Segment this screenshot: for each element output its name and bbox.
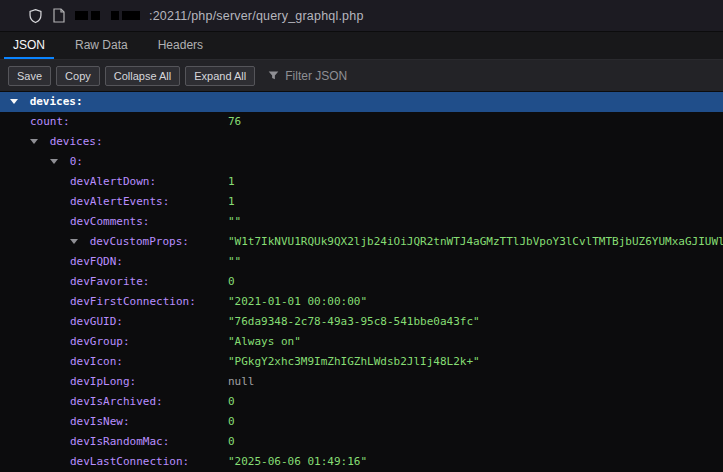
- redaction-box: [75, 11, 88, 20]
- json-row[interactable]: devGUID: "76da9348-2c78-49a3-95c8-541bbe…: [0, 312, 723, 332]
- address-bar[interactable]: :20211/php/server/query_graphql.php: [0, 0, 723, 32]
- twisty-icon[interactable]: [70, 232, 83, 252]
- json-value: "": [228, 212, 241, 232]
- redaction-box: [91, 11, 100, 20]
- json-value: "PGkgY2xhc3M9ImZhIGZhLWdsb2JlIj48L2k+": [228, 352, 480, 372]
- viewer-tabbar: JSON Raw Data Headers: [0, 32, 723, 60]
- json-row[interactable]: devIcon: "PGkgY2xhc3M9ImZhIGZhLWdsb2JlIj…: [0, 352, 723, 372]
- json-value: "Always on": [228, 332, 301, 352]
- json-key: count:: [30, 115, 70, 128]
- json-key: devices:: [50, 135, 103, 148]
- collapse-all-button[interactable]: Collapse All: [105, 66, 180, 86]
- twisty-icon[interactable]: [30, 132, 43, 152]
- json-key: devLastConnection:: [70, 455, 189, 468]
- tab-raw-data[interactable]: Raw Data: [66, 32, 137, 59]
- json-key: 0:: [70, 155, 83, 168]
- json-row[interactable]: devAlertDown: 1: [0, 172, 723, 192]
- page-icon[interactable]: [53, 8, 65, 23]
- json-key: devAlertEvents:: [70, 195, 169, 208]
- json-value: 1: [228, 192, 235, 212]
- json-key: devIsRandomMac:: [70, 435, 169, 448]
- json-key: devCustomProps:: [90, 235, 189, 248]
- json-row[interactable]: devFavorite: 0: [0, 272, 723, 292]
- json-row[interactable]: devIsRandomMac: 0: [0, 432, 723, 452]
- redaction-box: [111, 11, 119, 20]
- json-row[interactable]: 0:: [0, 152, 723, 172]
- json-key: devFavorite:: [70, 275, 149, 288]
- filter-json-input[interactable]: Filter JSON: [268, 67, 347, 85]
- filter-placeholder: Filter JSON: [285, 69, 347, 83]
- json-row[interactable]: devFQDN: "": [0, 252, 723, 272]
- json-key: devAlertDown:: [70, 175, 156, 188]
- browser-window: :20211/php/server/query_graphql.php JSON…: [0, 0, 723, 472]
- json-value: "2021-01-01 00:00:00": [228, 292, 367, 312]
- json-row[interactable]: count: 76: [0, 112, 723, 132]
- json-key: devices:: [30, 95, 83, 108]
- expand-all-button[interactable]: Expand All: [185, 66, 255, 86]
- json-tree: devices: count: 76 devices: 0: devAlertD…: [0, 92, 723, 472]
- json-key: devFirstConnection:: [70, 295, 196, 308]
- json-value: 0: [228, 392, 235, 412]
- json-toolbar: Save Copy Collapse All Expand All Filter…: [0, 60, 723, 92]
- json-value: "76da9348-2c78-49a3-95c8-541bbe0a43fc": [228, 312, 480, 332]
- json-key: devFQDN:: [70, 255, 123, 268]
- json-value: 0: [228, 412, 235, 432]
- json-value: 0: [228, 432, 235, 452]
- redaction-box: [122, 11, 140, 20]
- json-row[interactable]: devices:: [0, 132, 723, 152]
- tab-json[interactable]: JSON: [4, 32, 54, 59]
- json-row[interactable]: devComments: "": [0, 212, 723, 232]
- twisty-icon[interactable]: [10, 92, 23, 112]
- json-value: 0: [228, 272, 235, 292]
- tab-headers[interactable]: Headers: [149, 32, 212, 59]
- json-row[interactable]: devices:: [0, 92, 723, 112]
- json-value: "2025-06-06 01:49:16": [228, 452, 367, 472]
- json-value: null: [228, 372, 255, 392]
- json-key: devComments:: [70, 215, 149, 228]
- save-button[interactable]: Save: [8, 66, 51, 86]
- json-value: "W1t7IkNVU1RQUk9QX2ljb24iOiJQR2tnWTJ4aGM…: [228, 232, 723, 252]
- json-row[interactable]: devIsArchived: 0: [0, 392, 723, 412]
- json-row[interactable]: devLastConnection: "2025-06-06 01:49:16": [0, 452, 723, 472]
- json-row[interactable]: devCustomProps: "W1t7IkNVU1RQUk9QX2ljb24…: [0, 232, 723, 252]
- json-row[interactable]: devAlertEvents: 1: [0, 192, 723, 212]
- filter-icon: [268, 67, 279, 85]
- json-key: devIsArchived:: [70, 395, 163, 408]
- json-value: 1: [228, 172, 235, 192]
- json-row[interactable]: devIsNew: 0: [0, 412, 723, 432]
- json-row[interactable]: devIpLong: null: [0, 372, 723, 392]
- json-row[interactable]: devGroup: "Always on": [0, 332, 723, 352]
- json-row[interactable]: devFirstConnection: "2021-01-01 00:00:00…: [0, 292, 723, 312]
- json-key: devIpLong:: [70, 375, 136, 388]
- json-key: devIcon:: [70, 355, 123, 368]
- json-value: 76: [228, 112, 241, 132]
- json-key: devGUID:: [70, 315, 123, 328]
- copy-button[interactable]: Copy: [56, 66, 100, 86]
- twisty-icon[interactable]: [50, 152, 63, 172]
- json-value: "": [228, 252, 241, 272]
- url-text[interactable]: :20211/php/server/query_graphql.php: [149, 9, 364, 23]
- json-key: devIsNew:: [70, 415, 130, 428]
- json-key: devGroup:: [70, 335, 130, 348]
- shield-icon[interactable]: [28, 8, 43, 24]
